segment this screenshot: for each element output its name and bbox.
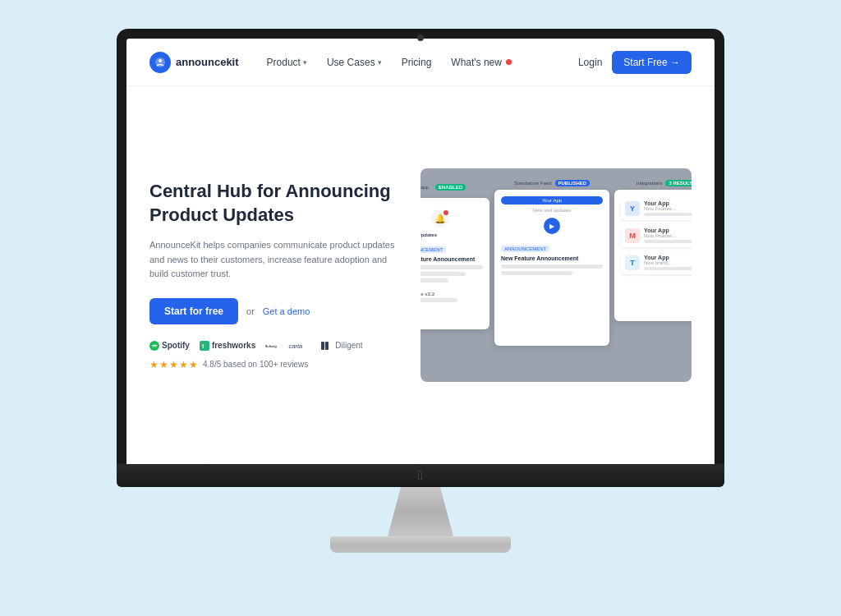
notification-badge — [506, 59, 512, 65]
chargify-logo: $chargify — [265, 342, 277, 350]
bell-notification-dot — [443, 210, 448, 215]
integration-text-2: Your App New Feature... — [644, 228, 692, 243]
announcement-tag: ANNOUNCEMENT — [420, 246, 446, 253]
spotify-logo: Spotify — [149, 341, 190, 351]
logo-icon — [149, 52, 171, 73]
integration-item-1: Y Your App New Feature... — [621, 196, 692, 220]
nav-pricing[interactable]: Pricing — [393, 52, 440, 73]
logo[interactable]: announcekit — [149, 52, 239, 73]
int-title-3: Your App — [644, 255, 692, 260]
monitor: announcekit Product ▾ Use Cases ▾ Pricin… — [117, 29, 724, 587]
monitor-bezel: announcekit Product ▾ Use Cases ▾ Pricin… — [117, 29, 724, 464]
int-sub-3: New brand... — [644, 260, 692, 265]
int-line-2 — [644, 240, 692, 243]
hero-actions: Start for free or Get a demo — [149, 298, 404, 324]
hero-title: Central Hub for Announcing Product Updat… — [149, 180, 404, 227]
nav-links: Product ▾ Use Cases ▾ Pricing What's new — [259, 52, 578, 73]
feed-label: Standalone Feed — [514, 181, 552, 186]
monitor-screen: announcekit Product ▾ Use Cases ▾ Pricin… — [126, 39, 715, 464]
diligent-logo: Diligent — [321, 341, 362, 351]
start-free-button[interactable]: Start Free → — [612, 51, 692, 74]
feed-header: Standalone Feed PUBLISHED — [514, 180, 590, 186]
center-line-2 — [501, 271, 572, 275]
chevron-down-icon: ▾ — [378, 58, 382, 67]
svg-text:$chargify: $chargify — [265, 344, 277, 348]
svg-point-1 — [159, 59, 162, 62]
notifications-column: In-app ENABLED 🔔 Product Updates ANNOUNC… — [420, 180, 489, 329]
integrations-card: Y Your App New Feature... M — [614, 190, 692, 321]
apple-logo:  — [418, 468, 423, 483]
nav-product[interactable]: Product ▾ — [259, 52, 315, 73]
social-proof-logos: Spotify f freshworks $chargify carta — [149, 341, 404, 351]
yourapp-logo-3: T — [625, 255, 640, 270]
monitor-camera — [417, 34, 424, 41]
results-badge: 3 RESULTS — [665, 180, 692, 186]
monitor-stand-base — [330, 536, 511, 553]
product-updates-label: Product Updates — [420, 232, 483, 237]
your-app-badge: Your App — [501, 196, 603, 205]
changelog-column: Standalone Feed PUBLISHED Your App New a… — [494, 180, 609, 346]
svg-rect-7 — [321, 342, 324, 350]
integration-text-3: Your App New brand... — [644, 255, 692, 270]
login-link[interactable]: Login — [578, 57, 602, 68]
rating-text: 4.8/5 based on 100+ reviews — [203, 360, 308, 369]
int-sub-2: New Feature... — [644, 233, 692, 238]
notifications-header: In-app ENABLED — [420, 180, 466, 195]
center-line-1 — [501, 264, 603, 269]
integrations-header: Integrations 3 RESULTS — [636, 180, 692, 186]
star-icons: ★★★★★ — [149, 359, 199, 370]
hero-left: Central Hub for Announcing Product Updat… — [149, 180, 404, 370]
website: announcekit Product ▾ Use Cases ▾ Pricin… — [126, 39, 715, 464]
monitor-stand-neck — [388, 487, 453, 536]
center-feature-title: New Feature Announcement — [501, 255, 603, 261]
int-sub-1: New Feature... — [644, 206, 692, 211]
monitor-bottom:  — [117, 464, 724, 487]
svg-rect-3 — [200, 341, 209, 351]
rating: ★★★★★ 4.8/5 based on 100+ reviews — [149, 359, 404, 370]
center-announcement-tag: ANNOUNCEMENT — [501, 246, 549, 252]
integration-item-3: T Your App New brand... — [621, 251, 692, 274]
int-title-2: Your App — [644, 228, 692, 233]
navbar: announcekit Product ▾ Use Cases ▾ Pricin… — [126, 39, 715, 86]
published-badge: PUBLISHED — [555, 180, 591, 186]
notifications-label: In-app — [420, 185, 429, 190]
integrations-label: Integrations — [636, 181, 662, 186]
logo-text: announcekit — [176, 56, 239, 68]
content-line-2 — [420, 272, 466, 276]
feature-announcement-title: New Feature Announcement — [420, 256, 483, 262]
yourapp-logo-1: Y — [625, 201, 640, 216]
integrations-column: Integrations 3 RESULTS Y Your App New Fe… — [614, 180, 692, 321]
int-line-3 — [644, 267, 692, 270]
integration-item-2: M Your App New Feature... — [621, 223, 692, 247]
notifications-card: 🔔 Product Updates ANNOUNCEMENT New Featu… — [420, 198, 489, 329]
freshworks-logo: f freshworks — [200, 341, 255, 351]
chevron-down-icon: ▾ — [303, 58, 307, 67]
yourapp-logo-2: M — [625, 228, 640, 243]
new-updates-text: New and updates — [501, 208, 603, 213]
or-text: or — [246, 306, 255, 316]
nav-whats-new[interactable]: What's new — [443, 52, 520, 73]
nav-use-cases[interactable]: Use Cases ▾ — [319, 52, 390, 73]
start-for-free-button[interactable]: Start for free — [149, 298, 238, 324]
big-update-label: Big Update v2.2 — [420, 292, 483, 297]
enabled-badge: ENABLED — [435, 184, 466, 191]
hero-section: Central Hub for Announcing Product Updat… — [126, 86, 715, 464]
bell-icon: 🔔 — [431, 209, 449, 228]
svg-rect-8 — [325, 342, 329, 350]
content-line-3 — [420, 278, 448, 283]
svg-point-2 — [149, 341, 159, 351]
play-icon: ▶ — [544, 218, 560, 234]
nav-right: Login Start Free → — [578, 51, 692, 74]
int-title-1: Your App — [644, 200, 692, 206]
content-line-1 — [420, 265, 483, 269]
int-line-1 — [644, 213, 692, 216]
hero-description: AnnounceKit helps companies communicate … — [149, 238, 404, 282]
product-preview: In-app ENABLED 🔔 Product Updates ANNOUNC… — [420, 168, 692, 382]
changelog-card: Your App New and updates ▶ ANNOUNCEMENT … — [494, 190, 609, 346]
carta-logo: carta — [287, 342, 311, 350]
content-line-4 — [420, 298, 457, 302]
svg-text:carta: carta — [289, 342, 303, 350]
get-demo-link[interactable]: Get a demo — [263, 306, 310, 316]
integration-text-1: Your App New Feature... — [644, 200, 692, 216]
